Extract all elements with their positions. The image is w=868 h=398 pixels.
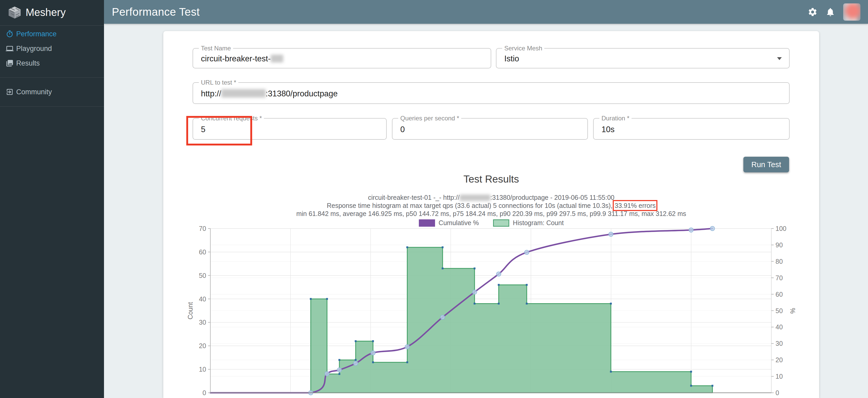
legend-item-cumulative[interactable]: Cumulative % xyxy=(419,219,479,227)
masked-ip xyxy=(221,89,266,97)
url-field[interactable]: URL to test * http://:31380/productpage xyxy=(192,82,789,104)
svg-text:90: 90 xyxy=(775,241,783,248)
qps-field[interactable]: Queries per second * 0 xyxy=(392,118,588,140)
url-value: http://:31380/productpage xyxy=(201,89,338,98)
svg-text:30: 30 xyxy=(199,319,206,326)
results-gallery-icon xyxy=(6,59,13,67)
url-label: URL to test * xyxy=(199,79,238,86)
result-meta-line2: Response time histogram at max target qp… xyxy=(163,202,819,210)
service-mesh-value: Istio xyxy=(504,54,519,63)
svg-text:0: 0 xyxy=(775,389,779,396)
svg-text:10: 10 xyxy=(199,366,206,373)
content-card: Test Name circuit-breaker-test- Service … xyxy=(163,31,819,398)
svg-text:10: 10 xyxy=(775,373,783,380)
service-mesh-select[interactable]: Service Mesh Istio xyxy=(496,48,789,68)
svg-text:70: 70 xyxy=(775,274,783,281)
concurrent-requests-field[interactable]: Concurrent requests * 5 xyxy=(192,118,387,140)
settings-gear-icon[interactable] xyxy=(808,7,817,17)
result-meta: circuit-breaker-test-01 -_- http://:3138… xyxy=(163,194,819,218)
legend-item-histogram[interactable]: Histogram: Count xyxy=(493,219,564,227)
svg-text:0: 0 xyxy=(203,389,206,396)
svg-text:40: 40 xyxy=(775,323,783,331)
masked-ip xyxy=(460,195,490,201)
test-name-value: circuit-breaker-test- xyxy=(201,54,283,63)
sidebar-item-label: Performance xyxy=(16,27,57,41)
sidebar-item-results[interactable]: Results xyxy=(0,56,104,70)
results-chart: 0102030405060700102030405060708090100Cou… xyxy=(163,225,819,398)
service-mesh-label: Service Mesh xyxy=(502,45,544,52)
user-avatar[interactable] xyxy=(843,3,861,21)
sidebar-item-community[interactable]: Community xyxy=(0,85,104,99)
concurrent-requests-label: Concurrent requests * xyxy=(199,114,264,122)
svg-text:80: 80 xyxy=(775,258,783,265)
sidebar-item-playground[interactable]: Playground xyxy=(0,41,104,56)
duration-field[interactable]: Duration * 10s xyxy=(593,118,789,140)
sidebar-item-performance[interactable]: Performance xyxy=(0,27,104,41)
svg-text:20: 20 xyxy=(775,356,783,364)
avatar-blurred-image xyxy=(843,3,861,21)
svg-text:20: 20 xyxy=(199,342,206,350)
qps-value: 0 xyxy=(400,125,405,134)
svg-text:60: 60 xyxy=(775,291,783,298)
sidebar-item-label: Results xyxy=(16,56,40,70)
laptop-icon xyxy=(6,45,13,53)
chevron-down-icon xyxy=(777,57,782,60)
svg-text:%: % xyxy=(789,308,797,313)
test-name-field[interactable]: Test Name circuit-breaker-test- xyxy=(192,48,491,68)
legend-swatch-cumulative xyxy=(419,219,435,227)
sidebar-item-label: Playground xyxy=(16,41,52,56)
qps-label: Queries per second * xyxy=(398,114,461,122)
run-test-button[interactable]: Run Test xyxy=(743,157,789,172)
brand[interactable]: Meshery xyxy=(0,0,104,26)
meshery-logo-icon xyxy=(8,6,22,19)
duration-value: 10s xyxy=(601,125,615,134)
brand-name: Meshery xyxy=(26,0,66,25)
svg-text:60: 60 xyxy=(199,248,206,256)
stopwatch-icon xyxy=(6,30,13,38)
annotation-box-error-rate: 33.91% errors xyxy=(615,202,656,209)
duration-label: Duration * xyxy=(599,114,631,122)
result-meta-line1: circuit-breaker-test-01 -_- http://:3138… xyxy=(163,194,819,202)
sidebar-item-label: Community xyxy=(16,85,52,99)
test-name-label: Test Name xyxy=(199,45,233,52)
appbar-actions xyxy=(808,3,861,21)
page-title: Performance Test xyxy=(112,6,808,18)
svg-text:30: 30 xyxy=(775,340,783,347)
svg-text:50: 50 xyxy=(199,272,206,279)
appbar: Performance Test xyxy=(104,0,868,24)
chart-legend: Cumulative % Histogram: Count xyxy=(163,219,819,227)
exit-to-app-icon xyxy=(6,88,13,96)
masked-text xyxy=(271,55,283,62)
legend-swatch-histogram xyxy=(493,219,509,227)
app-root: Meshery Performance Playground Results xyxy=(0,0,868,398)
results-title: Test Results xyxy=(163,173,819,185)
svg-text:40: 40 xyxy=(199,295,206,303)
svg-text:Count: Count xyxy=(187,302,194,320)
concurrent-requests-value: 5 xyxy=(201,125,205,134)
notifications-bell-icon[interactable] xyxy=(826,7,835,17)
result-meta-line3: min 61.842 ms, average 146.925 ms, p50 1… xyxy=(163,210,819,218)
svg-text:50: 50 xyxy=(775,307,783,314)
sidebar: Meshery Performance Playground Results xyxy=(0,0,104,398)
